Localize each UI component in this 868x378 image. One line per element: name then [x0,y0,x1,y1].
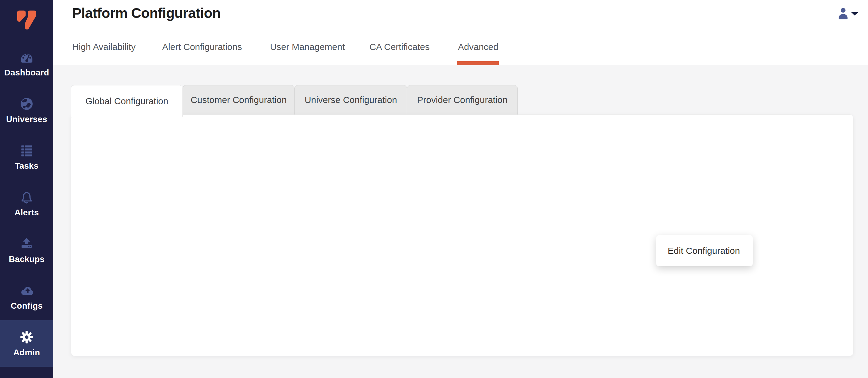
tab-global-configuration[interactable]: Global Configuration [71,85,183,116]
menu-item-edit-configuration[interactable]: Edit Configuration [656,246,753,256]
tab-user-management[interactable]: User Management [270,42,345,65]
tab-alert-configurations[interactable]: Alert Configurations [162,42,242,65]
actions-dropdown-menu: Edit Configuration [656,235,753,266]
configs-cloud-upload-icon [19,283,34,298]
sidebar-nav: Dashboard Universes Tasks [0,40,53,367]
sidebar-item-label: Tasks [15,161,38,171]
user-avatar-icon [837,7,849,20]
alerts-bell-icon [19,190,34,205]
yugabyte-logo[interactable] [0,4,53,38]
sidebar-item-label: Admin [13,348,40,357]
sidebar-item-label: Configs [10,301,43,311]
dashboard-gauge-icon [19,50,34,65]
universes-globe-icon [19,96,34,111]
sidebar-item-label: Backups [9,254,44,264]
sidebar-item-configs[interactable]: Configs [0,274,53,320]
sidebar-item-admin[interactable]: Admin [0,320,53,367]
admin-gear-icon [19,330,34,345]
tab-advanced[interactable]: Advanced [458,42,498,65]
sidebar-item-label: Universes [6,114,47,124]
tab-provider-configuration[interactable]: Provider Configuration [407,85,518,115]
top-header: Platform Configuration High Availability… [53,0,868,65]
tab-universe-configuration[interactable]: Universe Configuration [294,85,407,115]
yugabyte-logo-icon [14,8,39,33]
user-menu-caret-icon [851,12,858,15]
user-menu[interactable] [829,6,863,24]
tab-high-availability[interactable]: High Availability [72,42,136,65]
sidebar-item-universes[interactable]: Universes [0,87,53,134]
tab-customer-configuration[interactable]: Customer Configuration [183,85,294,115]
backups-upload-icon [19,236,34,251]
platform-configuration-page: { "colors": { "brand_orange": "#ED6643",… [0,0,868,378]
sidebar: Dashboard Universes Tasks [0,0,53,378]
sidebar-item-tasks[interactable]: Tasks [0,134,53,180]
tab-ca-certificates[interactable]: CA Certificates [369,42,430,65]
sidebar-item-backups[interactable]: Backups [0,227,53,274]
tasks-list-icon [19,143,34,158]
page-title: Platform Configuration [72,5,221,21]
sidebar-item-alerts[interactable]: Alerts [0,180,53,227]
content-area: Global Configuration Customer Configurat… [53,65,868,378]
sidebar-item-dashboard[interactable]: Dashboard [0,40,53,87]
sidebar-item-label: Dashboard [4,68,49,77]
sidebar-item-label: Alerts [14,208,39,217]
